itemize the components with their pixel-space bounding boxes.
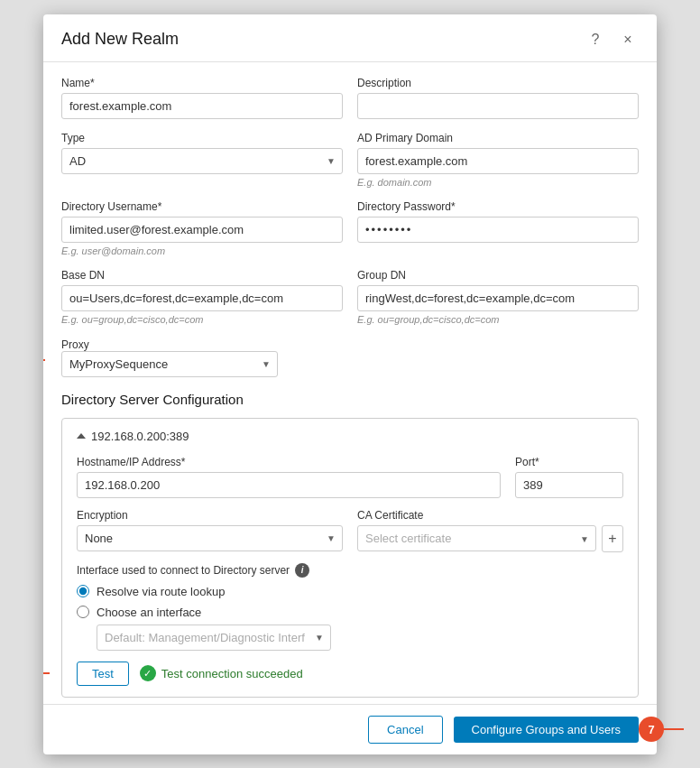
dir-password-input[interactable] [357, 217, 639, 243]
step5-badge-wrapper: 5 [43, 359, 45, 361]
ad-primary-label: AD Primary Domain [357, 132, 639, 144]
close-button[interactable]: × [617, 29, 639, 51]
dn-row: Base DN E.g. ou=group,dc=cisco,dc=com Gr… [61, 269, 639, 325]
dir-password-label: Directory Password* [357, 200, 639, 213]
encryption-select[interactable]: None TLS SSL [77, 525, 343, 551]
interface-label: Interface used to connect to Directory s… [77, 563, 623, 578]
choose-radio-label: Choose an interface [97, 606, 201, 619]
proxy-row: 5 Proxy MyProxySequence ▼ [61, 338, 639, 377]
description-label: Description [357, 77, 639, 89]
dir-username-input[interactable] [61, 217, 343, 243]
ds-header[interactable]: 192.168.0.200:389 [77, 430, 623, 443]
add-realm-modal: Add New Realm ? × Name* Description [43, 14, 657, 754]
dir-username-hint: E.g. user@domain.com [61, 245, 343, 256]
choose-radio[interactable] [77, 606, 89, 618]
type-adprimary-row: Type AD LDAP ▼ AD Primary Domain E.g. do… [61, 132, 639, 188]
name-input[interactable] [61, 93, 343, 119]
name-description-row: Name* Description [61, 77, 639, 119]
port-group: Port* [515, 456, 623, 498]
step6-arrow [43, 672, 50, 674]
ca-input-wrapper: Select certificate ▼ + [357, 525, 623, 552]
dir-username-label: Directory Username* [61, 200, 343, 213]
resolve-radio-label: Resolve via route lookup [97, 585, 225, 598]
modal-header: Add New Realm ? × [43, 14, 657, 62]
hostname-label: Hostname/IP Address* [77, 456, 501, 468]
encryption-group: Encryption None TLS SSL ▼ [77, 509, 343, 552]
interface-label-text: Interface used to connect to Directory s… [77, 564, 290, 577]
encryption-ca-row: Encryption None TLS SSL ▼ [77, 509, 623, 552]
choose-radio-item[interactable]: Choose an interface [77, 606, 623, 619]
ca-cert-select[interactable]: Select certificate [357, 525, 596, 551]
dir-password-group: Directory Password* [357, 200, 639, 256]
directory-server-section: Directory Server Configuration 192.168.0… [61, 392, 639, 704]
encryption-label: Encryption [77, 509, 343, 522]
type-group: Type AD LDAP ▼ [61, 132, 343, 188]
proxy-select[interactable]: MyProxySequence [61, 351, 278, 377]
dir-username-group: Directory Username* E.g. user@domain.com [61, 200, 343, 256]
base-dn-group: Base DN E.g. ou=group,dc=cisco,dc=com [61, 269, 343, 325]
group-dn-hint: E.g. ou=group,dc=cisco,dc=com [357, 314, 639, 325]
modal-body: Name* Description Type AD LDAP [43, 62, 657, 704]
interface-select-wrapper: Default: Management/Diagnostic Interface… [97, 625, 331, 651]
type-label: Type [61, 132, 343, 144]
info-icon[interactable]: i [295, 563, 309, 578]
base-dn-label: Base DN [61, 269, 343, 282]
step6-badge-wrapper: 6 [43, 672, 50, 674]
name-group: Name* [61, 77, 343, 119]
radio-group: Resolve via route lookup Choose an inter… [77, 585, 623, 619]
test-row: 6 Test ✓ Test connection succeeded [77, 662, 623, 686]
ca-select-wrapper: Select certificate ▼ [357, 525, 596, 551]
ad-primary-input[interactable] [357, 148, 639, 174]
type-select[interactable]: AD LDAP [61, 148, 343, 174]
type-select-wrapper: AD LDAP ▼ [61, 148, 343, 174]
group-dn-label: Group DN [357, 269, 639, 282]
hostname-port-row: Hostname/IP Address* Port* [77, 456, 623, 498]
port-label: Port* [515, 456, 623, 468]
modal-title: Add New Realm [61, 30, 179, 49]
resolve-radio-item[interactable]: Resolve via route lookup [77, 585, 623, 598]
base-dn-input[interactable] [61, 285, 343, 311]
modal-overlay: Add New Realm ? × Name* Description [0, 0, 700, 768]
cancel-button[interactable]: Cancel [368, 716, 442, 744]
help-button[interactable]: ? [585, 29, 606, 51]
test-success-text: Test connection succeeded [161, 667, 303, 680]
step7-badge-wrapper: 7 [657, 728, 684, 730]
test-success-message: ✓ Test connection succeeded [140, 665, 303, 681]
add-certificate-button[interactable]: + [602, 525, 623, 552]
step5-arrow [43, 359, 45, 361]
resolve-radio[interactable] [77, 585, 89, 597]
success-icon: ✓ [140, 665, 156, 681]
base-dn-hint: E.g. ou=group,dc=cisco,dc=com [61, 314, 343, 325]
configure-groups-users-button[interactable]: Configure Groups and Users [454, 717, 639, 743]
directory-server-box: 192.168.0.200:389 Hostname/IP Address* P… [61, 418, 639, 698]
interface-select[interactable]: Default: Management/Diagnostic Interface [97, 625, 331, 651]
chevron-up-icon [77, 433, 86, 439]
directory-server-title: Directory Server Configuration [61, 392, 639, 407]
group-dn-group: Group DN E.g. ou=group,dc=cisco,dc=com [357, 269, 639, 325]
proxy-label: Proxy [61, 338, 89, 351]
ad-primary-group: AD Primary Domain E.g. domain.com [357, 132, 639, 188]
ad-primary-hint: E.g. domain.com [357, 177, 639, 188]
modal-header-icons: ? × [585, 29, 639, 51]
encryption-select-wrapper: None TLS SSL ▼ [77, 525, 343, 551]
ca-cert-group: CA Certificate Select certificate ▼ + [357, 509, 623, 552]
ca-cert-label: CA Certificate [357, 509, 623, 522]
hostname-group: Hostname/IP Address* [77, 456, 501, 498]
hostname-input[interactable] [77, 472, 501, 498]
ds-header-text: 192.168.0.200:389 [91, 430, 189, 443]
configure-btn-wrapper: Configure Groups and Users 7 [454, 717, 639, 743]
name-label: Name* [61, 77, 343, 89]
proxy-select-wrapper: MyProxySequence ▼ [61, 351, 278, 377]
port-input[interactable] [515, 472, 623, 498]
test-button[interactable]: Test [77, 662, 129, 686]
modal-footer: Cancel Configure Groups and Users 7 [43, 704, 657, 754]
description-group: Description [357, 77, 639, 119]
interface-section: Interface used to connect to Directory s… [77, 563, 623, 651]
step7-badge: 7 [639, 717, 664, 742]
description-input[interactable] [357, 93, 639, 119]
group-dn-input[interactable] [357, 285, 639, 311]
dir-credentials-row: Directory Username* E.g. user@domain.com… [61, 200, 639, 256]
